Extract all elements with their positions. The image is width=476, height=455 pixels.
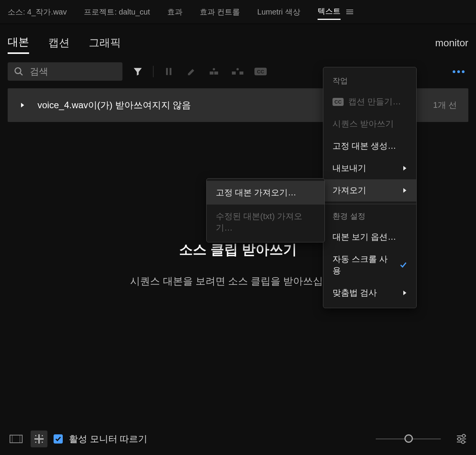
monitor-label: monitor	[435, 37, 468, 49]
menu-spell-check[interactable]: 맞춤법 검사	[323, 282, 416, 304]
submenu-import-static[interactable]: 고정 대본 가져오기…	[207, 181, 324, 205]
tab-lumetri[interactable]: Lumetri 색상	[257, 5, 300, 20]
tab-project[interactable]: 프로젝트: daltu_cut	[84, 5, 150, 20]
more-button[interactable]	[449, 67, 468, 77]
speaker-button	[207, 64, 222, 79]
search-box[interactable]	[8, 62, 122, 81]
audio-track-button	[161, 64, 176, 79]
svg-point-9	[236, 68, 239, 70]
transcript-view-button[interactable]	[31, 431, 47, 447]
check-icon	[399, 261, 407, 269]
tab-effect-controls[interactable]: 효과 컨트롤	[200, 5, 240, 20]
footer: 활성 모니터 따르기	[8, 431, 468, 447]
svg-point-6	[213, 68, 215, 70]
tab-source[interactable]: 소스: 4_작가.wav	[8, 5, 67, 20]
menu-export[interactable]: 내보내기	[323, 157, 416, 179]
chevron-right-icon	[403, 187, 407, 194]
menu-item-label: 가져오기	[333, 185, 366, 196]
menu-import[interactable]: 가져오기	[323, 179, 416, 202]
menu-item-label: 대본 보기 옵션…	[333, 231, 396, 243]
settings-button[interactable]	[455, 432, 468, 446]
svg-point-24	[458, 437, 461, 440]
svg-rect-7	[232, 72, 236, 75]
context-menu: 작업 CC 캡션 만들기… 시퀀스 받아쓰기 고정 대본 생성… 내보내기 가져…	[323, 67, 417, 308]
clip-view-button[interactable]	[8, 431, 24, 447]
menu-view-options[interactable]: 대본 보기 옵션…	[323, 226, 416, 248]
svg-point-22	[462, 434, 465, 437]
menu-item-label: 시퀀스 받아쓰기	[333, 118, 394, 130]
edit-button	[184, 64, 199, 79]
menu-divider	[323, 204, 416, 204]
dot-icon	[453, 70, 455, 73]
slider-thumb[interactable]	[404, 434, 413, 443]
subtab-caption[interactable]: 캡션	[48, 32, 70, 53]
menu-header-prefs: 환경 설정	[323, 206, 416, 226]
follow-monitor-label: 활성 모니터 따르기	[69, 433, 147, 445]
svg-rect-17	[35, 435, 36, 436]
cc-icon: CC	[333, 98, 344, 106]
menu-item-label: 내보내기	[333, 162, 366, 174]
svg-rect-3	[170, 68, 171, 75]
menu-create-caption: CC 캡션 만들기…	[323, 91, 416, 113]
search-icon	[14, 67, 24, 76]
menu-transcribe-sequence: 시퀀스 받아쓰기	[323, 113, 416, 135]
chevron-right-icon	[19, 102, 26, 109]
menu-item-label: 고정 대본 생성…	[333, 140, 396, 152]
subtab-script[interactable]: 대본	[8, 32, 29, 54]
transcript-item-count: 1개 선	[433, 99, 457, 111]
cc-button: CC	[253, 64, 268, 79]
menu-generate-static[interactable]: 고정 대본 생성…	[323, 135, 416, 157]
separator	[153, 66, 153, 77]
dot-icon	[462, 70, 465, 73]
menu-item-label: 고정 대본 가져오기…	[216, 187, 296, 198]
filter-button[interactable]	[130, 64, 145, 79]
panel-menu-icon[interactable]	[346, 9, 353, 15]
svg-rect-2	[166, 68, 168, 75]
split-button	[230, 64, 245, 79]
menu-item-label: 맞춤법 검사	[333, 287, 377, 299]
svg-rect-12	[10, 435, 22, 443]
chevron-right-icon	[403, 165, 407, 172]
svg-point-0	[15, 68, 21, 73]
menu-auto-scroll[interactable]: 자동 스크롤 사용	[323, 248, 416, 282]
svg-rect-18	[42, 435, 43, 436]
tab-effects[interactable]: 효과	[167, 5, 183, 20]
menu-item-label: 자동 스크롤 사용	[333, 253, 395, 276]
svg-rect-16	[34, 438, 44, 440]
svg-rect-5	[214, 72, 218, 75]
svg-rect-8	[240, 72, 243, 75]
menu-header-actions: 작업	[323, 71, 416, 91]
submenu-import-txt: 수정된 대본(txt) 가져오기…	[207, 205, 324, 240]
svg-text:CC: CC	[257, 69, 264, 75]
sub-tabs: 대본 캡션 그래픽 monitor	[0, 24, 476, 58]
menu-item-label: 캡션 만들기…	[348, 96, 401, 107]
tab-text[interactable]: 텍스트	[318, 4, 341, 20]
search-input[interactable]	[30, 66, 144, 77]
svg-line-1	[20, 73, 23, 75]
follow-monitor-checkbox[interactable]	[54, 434, 63, 444]
chevron-right-icon	[403, 289, 407, 296]
panel-tabs: 소스: 4_작가.wav 프로젝트: daltu_cut 효과 효과 컨트롤 L…	[0, 0, 476, 24]
svg-point-26	[461, 440, 465, 444]
transcript-item-text: voice_4.wav이(가) 받아쓰여지지 않음	[37, 99, 191, 111]
subtab-graphic[interactable]: 그래픽	[89, 32, 121, 53]
dot-icon	[457, 70, 460, 73]
svg-rect-19	[35, 442, 36, 443]
menu-item-label: 수정된 대본(txt) 가져오기…	[216, 211, 315, 234]
zoom-slider[interactable]	[376, 439, 441, 439]
import-submenu: 고정 대본 가져오기… 수정된 대본(txt) 가져오기…	[206, 178, 325, 242]
svg-rect-20	[42, 442, 43, 443]
svg-rect-4	[210, 72, 214, 75]
